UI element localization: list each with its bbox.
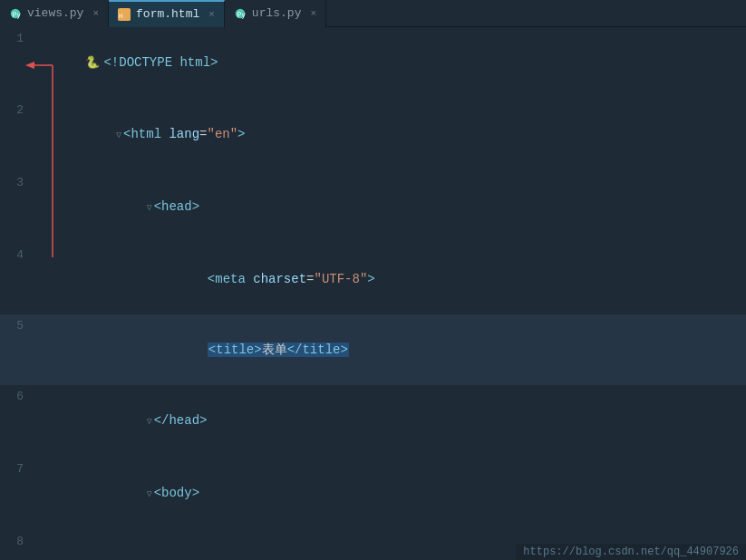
tab-form-html[interactable]: H form.html × bbox=[109, 0, 225, 27]
line-6: 6 ▽</head> bbox=[0, 385, 746, 458]
html-icon: H bbox=[118, 8, 131, 21]
line-7: 7 ▽<body> bbox=[0, 458, 746, 530]
line-5: 5 <title>表单</title> bbox=[0, 314, 746, 385]
tab-urls-py[interactable]: Py urls.py × bbox=[225, 0, 326, 27]
python-icon-2: Py bbox=[234, 7, 247, 20]
line-3: 3 ▽<head> bbox=[0, 171, 746, 244]
tab-form-html-close[interactable]: × bbox=[208, 9, 215, 20]
line-2: 2 ▽<html lang="en"> bbox=[0, 99, 746, 171]
svg-text:Py: Py bbox=[13, 10, 22, 18]
svg-text:Py: Py bbox=[237, 10, 246, 18]
line-1: 1 🐍<!DOCTYPE html> bbox=[0, 27, 746, 99]
tab-views-py-label: views.py bbox=[27, 6, 83, 20]
tab-bar: Py views.py × H form.html × Py urls.py × bbox=[0, 0, 746, 27]
tab-views-py[interactable]: Py views.py × bbox=[0, 0, 109, 27]
editor: 1 🐍<!DOCTYPE html> 2 ▽<html lang="en"> 3… bbox=[0, 27, 746, 560]
svg-text:H: H bbox=[119, 12, 122, 19]
tab-urls-py-label: urls.py bbox=[252, 6, 302, 20]
python-logo: 🐍 bbox=[85, 56, 100, 70]
python-icon: Py bbox=[9, 7, 22, 20]
tab-form-html-label: form.html bbox=[136, 7, 199, 21]
status-url: https://blog.csdn.net/qq_44907926 bbox=[523, 546, 739, 558]
line-4: 4 <meta charset="UTF-8"> bbox=[0, 244, 746, 314]
status-bar: https://blog.csdn.net/qq_44907926 bbox=[516, 544, 746, 560]
tab-views-py-close[interactable]: × bbox=[92, 8, 99, 19]
tab-urls-py-close[interactable]: × bbox=[310, 8, 316, 19]
